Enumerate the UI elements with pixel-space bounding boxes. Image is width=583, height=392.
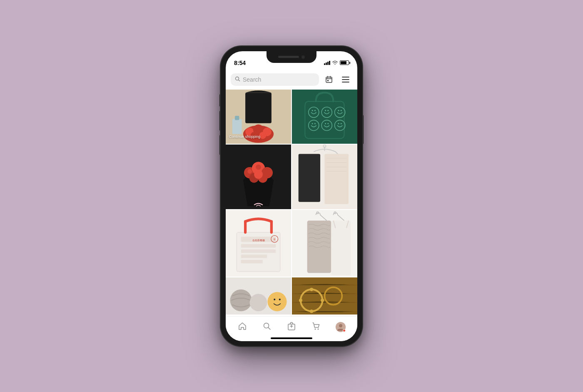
svg-point-22 [338, 110, 339, 111]
product-grid: Continue shopping [226, 90, 357, 315]
svg-point-41 [256, 164, 261, 170]
svg-rect-11 [232, 119, 242, 134]
svg-point-40 [247, 169, 252, 173]
grid-item-crochet[interactable] [226, 277, 291, 315]
wifi-icon [332, 60, 338, 65]
menu-button[interactable] [339, 73, 352, 86]
search-icon [235, 76, 240, 83]
search-bar[interactable]: Search [231, 73, 319, 86]
phone-mockup: 8:54 [221, 46, 362, 346]
svg-text:①: ① [273, 237, 276, 241]
grid-item-clothing[interactable] [292, 145, 357, 209]
avatar-container [336, 322, 346, 332]
front-camera [301, 55, 305, 59]
svg-point-17 [314, 110, 316, 111]
svg-point-65 [274, 298, 275, 300]
svg-point-78 [318, 328, 319, 330]
svg-rect-4 [245, 92, 272, 123]
phone-screen: 8:54 [226, 51, 357, 341]
svg-rect-44 [299, 154, 320, 202]
search-bar-container: Search [226, 70, 357, 90]
status-time: 8:54 [234, 60, 246, 66]
svg-point-29 [327, 123, 329, 124]
grid-item-tote[interactable]: 合拍茶餐廳 ① [226, 210, 291, 277]
svg-point-39 [254, 170, 263, 179]
svg-point-32 [341, 123, 342, 124]
svg-point-77 [315, 328, 316, 330]
svg-point-66 [279, 298, 281, 300]
svg-rect-53 [241, 260, 263, 263]
svg-text:合拍茶餐廳: 合拍茶餐廳 [252, 238, 265, 241]
svg-rect-1 [326, 77, 332, 82]
nav-profile[interactable] [329, 322, 353, 332]
svg-point-74 [321, 298, 324, 302]
svg-point-64 [267, 292, 287, 311]
svg-point-23 [341, 110, 342, 111]
svg-rect-52 [241, 255, 267, 258]
grid-item-jewelry[interactable] [292, 277, 357, 315]
signal-icon [324, 60, 330, 65]
svg-rect-45 [325, 154, 349, 204]
notch [267, 51, 316, 63]
grid-item-dress[interactable] [292, 210, 357, 277]
svg-point-73 [299, 298, 302, 302]
calendar-button[interactable] [322, 73, 336, 86]
search-placeholder: Search [243, 76, 261, 83]
svg-point-31 [338, 123, 339, 124]
nav-cart[interactable] [304, 322, 329, 333]
nav-search[interactable] [254, 322, 279, 333]
svg-rect-50 [241, 244, 276, 247]
svg-point-0 [236, 77, 239, 80]
grid-item-green-bag[interactable] [292, 90, 357, 144]
svg-point-63 [250, 294, 267, 311]
svg-rect-2 [327, 80, 329, 81]
home-icon [238, 322, 247, 333]
home-indicator [271, 337, 312, 339]
svg-point-80 [339, 324, 342, 327]
continue-shopping-label: Continue shopping [229, 135, 288, 139]
cart-icon [311, 322, 321, 333]
svg-point-28 [325, 123, 326, 124]
speaker [278, 56, 299, 58]
svg-rect-51 [241, 249, 276, 252]
search-nav-icon [262, 322, 272, 333]
svg-point-71 [310, 287, 313, 291]
grid-item-lace-black[interactable]: Continue shopping [226, 90, 291, 144]
svg-point-26 [314, 123, 316, 124]
shop-bag-icon [287, 322, 296, 333]
power-button [362, 115, 364, 144]
nav-create[interactable] [279, 322, 304, 333]
phone-body: 8:54 [221, 46, 362, 346]
status-icons [324, 60, 349, 65]
app-content: Search [226, 70, 357, 316]
svg-point-62 [230, 289, 252, 311]
grid-item-roses[interactable] [226, 145, 291, 209]
svg-point-19 [325, 110, 326, 111]
notification-dot [343, 329, 346, 332]
svg-point-25 [312, 123, 313, 124]
svg-point-16 [312, 110, 313, 111]
nav-home[interactable] [230, 322, 254, 333]
svg-rect-12 [235, 115, 239, 120]
svg-rect-60 [331, 220, 351, 275]
svg-point-72 [310, 309, 313, 312]
svg-point-20 [327, 110, 329, 111]
battery-icon [340, 60, 349, 65]
